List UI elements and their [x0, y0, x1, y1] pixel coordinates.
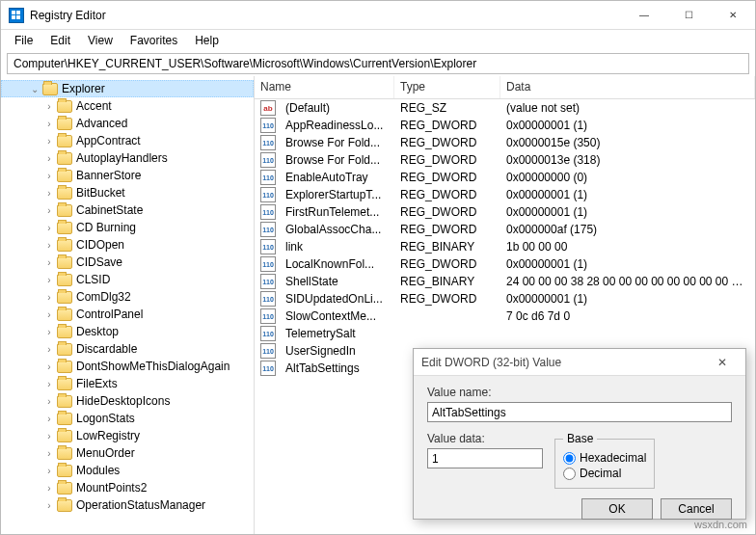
valuename-label: Value name:	[427, 386, 732, 399]
col-header-name[interactable]: Name	[255, 76, 394, 98]
tree-node[interactable]: ›Discardable	[1, 340, 254, 358]
chevron-right-icon[interactable]: ›	[43, 344, 55, 355]
value-data: 1b 00 00 00	[500, 240, 755, 254]
chevron-right-icon[interactable]: ›	[43, 309, 55, 320]
chevron-right-icon[interactable]: ›	[43, 379, 55, 389]
folder-icon	[57, 256, 72, 269]
col-header-data[interactable]: Data	[500, 76, 755, 98]
menu-view[interactable]: View	[80, 32, 121, 49]
value-name: LocalKnownFol...	[280, 257, 394, 271]
list-row[interactable]: Browse For Fold...REG_DWORD0x0000013e (3…	[255, 151, 755, 169]
tree-node[interactable]: ›FileExts	[1, 375, 254, 392]
chevron-right-icon[interactable]: ›	[43, 327, 55, 337]
tree-node[interactable]: ›MenuOrder	[1, 444, 254, 462]
menu-help[interactable]: Help	[187, 32, 227, 49]
tree-node[interactable]: ›Desktop	[1, 323, 254, 340]
maximize-button[interactable]: ☐	[666, 1, 711, 30]
folder-icon	[57, 378, 72, 390]
dialog-close-button[interactable]: ✕	[707, 356, 738, 369]
chevron-right-icon[interactable]: ›	[43, 275, 55, 285]
chevron-right-icon[interactable]: ›	[43, 257, 55, 268]
tree-label: MenuOrder	[76, 446, 135, 460]
minimize-button[interactable]: —	[622, 1, 666, 30]
edit-dword-dialog: Edit DWORD (32-bit) Value ✕ Value name: …	[413, 348, 746, 520]
tree-node[interactable]: ›HideDesktopIcons	[1, 392, 254, 410]
tree-node[interactable]: ›CIDOpen	[1, 236, 254, 254]
tree-node-explorer[interactable]: ⌄ Explorer	[1, 80, 254, 97]
chevron-right-icon[interactable]: ›	[43, 205, 55, 216]
tree-label: Accent	[76, 99, 112, 113]
chevron-right-icon[interactable]: ›	[43, 414, 55, 424]
list-row[interactable]: ExplorerStartupT...REG_DWORD0x00000001 (…	[255, 186, 755, 203]
chevron-right-icon[interactable]: ›	[43, 361, 55, 372]
menu-favorites[interactable]: Favorites	[122, 32, 185, 49]
valuedata-input[interactable]	[427, 448, 543, 468]
chevron-right-icon[interactable]: ›	[43, 119, 55, 129]
tree-node[interactable]: ›AutoplayHandlers	[1, 149, 254, 167]
close-button[interactable]: ✕	[711, 1, 755, 30]
list-row[interactable]: SlowContextMe...7 0c d6 7d 0	[255, 308, 755, 325]
list-row[interactable]: AppReadinessLo...REG_DWORD0x00000001 (1)	[255, 117, 755, 134]
folder-icon	[57, 465, 72, 477]
chevron-right-icon[interactable]: ›	[43, 500, 55, 511]
svg-rect-2	[12, 15, 15, 19]
menu-edit[interactable]: Edit	[42, 32, 78, 49]
tree-node[interactable]: ›BitBucket	[1, 184, 254, 201]
dialog-titlebar[interactable]: Edit DWORD (32-bit) Value ✕	[414, 349, 745, 376]
tree-node[interactable]: ›CLSID	[1, 271, 254, 288]
value-data: 0x0000015e (350)	[500, 136, 755, 149]
tree-node[interactable]: ›Modules	[1, 462, 254, 479]
tree-node[interactable]: ›CIDSave	[1, 254, 254, 271]
tree-node[interactable]: ›CD Burning	[1, 219, 254, 236]
tree-node[interactable]: ›Advanced	[1, 115, 254, 132]
tree-panel[interactable]: ⌄ Explorer ›Accent›Advanced›AppContract›…	[1, 76, 255, 534]
tree-node[interactable]: ›ControlPanel	[1, 306, 254, 323]
tree-node[interactable]: ›MountPoints2	[1, 479, 254, 496]
chevron-right-icon[interactable]: ›	[43, 188, 55, 199]
chevron-right-icon[interactable]: ›	[43, 240, 55, 251]
chevron-right-icon[interactable]: ›	[43, 396, 55, 407]
tree-node[interactable]: ›LogonStats	[1, 410, 254, 427]
chevron-right-icon[interactable]: ›	[43, 153, 55, 164]
ok-button[interactable]: OK	[581, 498, 653, 520]
chevron-right-icon[interactable]: ›	[43, 136, 55, 147]
tree-node[interactable]: ›CabinetState	[1, 201, 254, 219]
tree-node[interactable]: ›BannerStore	[1, 167, 254, 184]
menu-file[interactable]: File	[7, 32, 40, 49]
list-row[interactable]: Browse For Fold...REG_DWORD0x0000015e (3…	[255, 134, 755, 151]
tree-node[interactable]: ›DontShowMeThisDialogAgain	[1, 358, 254, 375]
list-row[interactable]: FirstRunTelemet...REG_DWORD0x00000001 (1…	[255, 203, 755, 221]
value-data: 24 00 00 00 38 28 00 00 00 00 00 00 00 0…	[500, 275, 755, 288]
tree-node[interactable]: ›LowRegistry	[1, 427, 254, 444]
chevron-right-icon[interactable]: ›	[43, 448, 55, 459]
list-row[interactable]: ShellStateREG_BINARY24 00 00 00 38 28 00…	[255, 273, 755, 290]
chevron-right-icon[interactable]: ›	[43, 466, 55, 476]
chevron-right-icon[interactable]: ›	[43, 171, 55, 181]
col-header-type[interactable]: Type	[394, 76, 500, 98]
address-bar[interactable]: Computer\HKEY_CURRENT_USER\Software\Micr…	[7, 53, 749, 74]
chevron-right-icon[interactable]: ›	[43, 431, 55, 441]
list-row[interactable]: (Default)REG_SZ(value not set)	[255, 99, 755, 117]
cancel-button[interactable]: Cancel	[661, 498, 732, 520]
list-row[interactable]: EnableAutoTrayREG_DWORD0x00000000 (0)	[255, 169, 755, 186]
tree-node[interactable]: ›ComDlg32	[1, 288, 254, 306]
dec-radio[interactable]	[563, 468, 576, 480]
tree-node[interactable]: ›OperationStatusManager	[1, 496, 254, 514]
tree-node[interactable]: ›Accent	[1, 97, 254, 115]
chevron-right-icon[interactable]: ›	[43, 223, 55, 233]
list-row[interactable]: SIDUpdatedOnLi...REG_DWORD0x00000001 (1)	[255, 290, 755, 308]
value-data: 0x0000013e (318)	[500, 153, 755, 167]
chevron-right-icon[interactable]: ›	[43, 483, 55, 494]
valuename-input[interactable]	[427, 402, 732, 422]
chevron-down-icon[interactable]: ⌄	[29, 84, 40, 94]
list-row[interactable]: linkREG_BINARY1b 00 00 00	[255, 238, 755, 255]
chevron-right-icon[interactable]: ›	[43, 101, 55, 112]
list-row[interactable]: TelemetrySalt	[255, 325, 755, 342]
list-row[interactable]: LocalKnownFol...REG_DWORD0x00000001 (1)	[255, 255, 755, 273]
chevron-right-icon[interactable]: ›	[43, 292, 55, 303]
list-row[interactable]: GlobalAssocCha...REG_DWORD0x000000af (17…	[255, 221, 755, 238]
hex-radio[interactable]	[563, 452, 576, 465]
tree-node[interactable]: ›AppContract	[1, 132, 254, 149]
folder-icon	[57, 135, 72, 147]
tree-label: Explorer	[62, 82, 105, 95]
